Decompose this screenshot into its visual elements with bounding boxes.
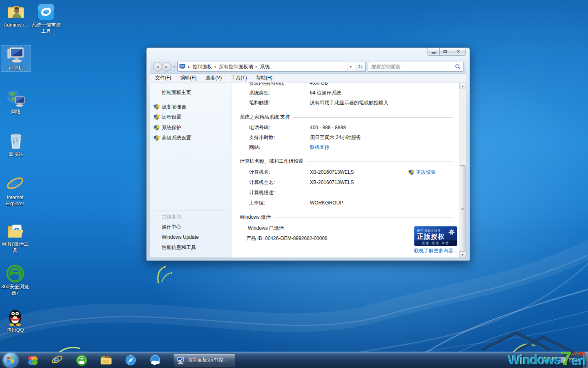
reinstall-tool-icon [37,2,56,21]
breadcrumb-arrow[interactable]: ▸ [255,65,258,69]
uac-shield-icon [408,169,414,175]
tray-icon-misc[interactable] [559,357,565,363]
scrollbar-thumb[interactable] [460,165,466,251]
qq-penguin-icon [6,307,24,326]
recent-pages-chevron[interactable]: ▾ [174,65,175,69]
desktop-icon-internet-explorer[interactable]: e Internet Explorer [0,175,30,207]
taskbar-icon-internet-explorer[interactable]: e [49,353,65,367]
menu-tools[interactable]: 工具(T) [231,74,247,81]
taskbar-icon-explorer[interactable] [98,353,114,367]
cloud-browser-icon [149,355,161,366]
search-box[interactable]: 搜索控制面板 [368,62,463,72]
uac-shield-icon [154,135,160,141]
desktop-icon-label: 腾讯QQ [0,327,30,333]
support-row-phone: 电话号码: 400 - 888 - 8888 [232,123,459,132]
sidebar-item-system-protection[interactable]: 系统保护 [150,123,181,132]
taskbar-icon-360-safe[interactable] [24,353,41,367]
forward-button[interactable]: ► [162,62,172,72]
desktop-icon-recycle-bin[interactable]: 回收站 [1,132,31,157]
desktop-icon-qq[interactable]: 腾讯QQ [0,307,30,333]
taskbar-icon-qq-browser[interactable] [147,353,163,367]
desktop: Administr... 系统一键重装工具 [0,0,588,368]
refresh-button[interactable]: ↻ [355,62,366,72]
back-button[interactable]: ◄ [153,62,163,72]
sidebar-item-remote-settings[interactable]: 远程设置 [150,113,181,121]
genuine-star-icon [447,227,456,236]
computer-row-fullname: 计算机全名: XB-20160713WELS [232,178,459,187]
learn-more-online-link[interactable]: 联机了解更多内容... [414,247,459,254]
close-button[interactable]: × [451,48,466,56]
desktop-icon-network[interactable]: 网络 [1,89,31,115]
tray-shield-icon[interactable] [551,357,557,363]
desktop-icon-reinstall-tool[interactable]: 系统一键重装工具 [31,2,61,34]
breadcrumb-control-panel[interactable]: 控制面板 [193,63,212,70]
system-page-icon [179,64,186,70]
menu-file[interactable]: 文件(F) [155,74,171,81]
breadcrumb-arrow[interactable]: ▸ [214,65,218,69]
vertical-scrollbar[interactable]: ▲ ▼ [459,83,466,258]
folder-app-icon [6,222,24,240]
sidebar-item-advanced-system-settings[interactable]: 高级系统设置 [150,134,191,142]
sidebar-item-device-manager[interactable]: 设备管理器 [150,103,186,111]
scroll-down-button[interactable]: ▼ [459,251,466,258]
activation-section-header: Windows 激活 [240,213,453,222]
desktop-icon-label: 360安全浏览器7 [0,284,30,296]
search-placeholder: 搜索控制面板 [371,63,455,70]
minimize-button[interactable] [428,48,440,56]
start-button[interactable] [3,353,18,368]
menu-edit[interactable]: 编辑(E) [180,74,196,81]
uac-shield-icon [154,114,160,120]
menu-view[interactable]: 查看(V) [205,74,222,81]
desktop-icon-administrator[interactable]: Administr... [1,2,31,28]
taskbar-icon-360-browser[interactable] [74,353,90,367]
360-browser-icon [6,264,24,283]
menu-help[interactable]: 帮助(H) [256,74,273,81]
desktop-icon-label: Administr... [1,22,31,28]
computer-row-description: 计算机描述: [232,188,459,197]
change-settings-link[interactable]: 更改设置 [408,168,436,177]
system-tray[interactable]: 下午 4: [543,352,581,368]
online-support-link[interactable]: 联机支持 [310,143,330,152]
tray-icon-green[interactable] [543,357,549,363]
sidebar-item-control-panel-home[interactable]: 控制面板主页 [150,88,191,96]
recycle-bin-icon [7,132,25,150]
task-button-control-panel[interactable]: 控制面板\所有控... [173,354,235,367]
sidebar: 控制面板主页 设备管理器 远程设置 系统保护 [150,83,232,258]
sidebar-item-action-center[interactable]: 操作中心 [150,223,181,231]
sidebar-item-windows-update[interactable]: Windows Update [150,233,199,241]
taskbar-icon-browser-compass[interactable] [122,353,139,367]
computer-icon [7,45,25,64]
titlebar[interactable]: × [147,48,470,60]
computer-row-workgroup: 工作组: WORKGROUP [232,198,459,207]
system-window: × ◄ ► ▾ ▸ 控制面板 ▸ 所有控制面板项 ▸ [146,47,470,261]
breadcrumb-all-items[interactable]: 所有控制面板项 [219,63,253,70]
scroll-up-button[interactable]: ▲ [459,83,466,89]
support-row-hours: 支持小时数: 周日至周六 24小时服务 [232,133,459,142]
breadcrumb-system[interactable]: 系统 [260,63,270,70]
show-desktop-button[interactable] [584,352,588,368]
sidebar-divider [154,210,227,211]
desktop-icon-label: 计算机 [1,65,31,71]
spec-row-system-type: 系统类型: 64 位操作系统 [232,88,459,97]
uac-shield-icon [154,125,160,131]
support-row-website: 网站: 联机支持 [232,143,459,152]
tray-clock[interactable]: 下午 4: [568,357,581,363]
address-bar[interactable]: ▸ 控制面板 ▸ 所有控制面板项 ▸ 系统 ▾ [177,62,355,72]
360-browser-icon [76,355,87,366]
desktop-icon-win7-activator[interactable]: WIN7激活工具 [0,222,30,254]
desktop-icon-label: 回收站 [1,151,31,157]
user-folder-icon [7,2,25,21]
sidebar-item-performance-tools[interactable]: 性能信息和工具 [150,243,196,251]
address-dropdown-icon[interactable]: ▾ [347,62,353,71]
desktop-icon-computer[interactable]: 计算机 [1,45,31,72]
see-also-header: 另请参阅 [150,213,181,221]
breadcrumb-arrow: ▸ [187,65,191,69]
spec-row-pen-touch: 笔和触摸: 没有可用于此显示器的笔或触控输入 [232,98,459,107]
uac-shield-icon [154,104,160,110]
spec-row-ram: 安装内存(RAM): 4.00 GB [232,83,459,88]
search-icon[interactable] [455,64,461,70]
navigation-bar: ◄ ► ▾ ▸ 控制面板 ▸ 所有控制面板项 ▸ 系统 ▾ [150,60,466,74]
support-section-header: 系统之家精品系统 支持 [240,112,453,121]
desktop-icon-360-browser[interactable]: 360安全浏览器7 [0,264,30,296]
restore-button[interactable] [440,48,451,56]
